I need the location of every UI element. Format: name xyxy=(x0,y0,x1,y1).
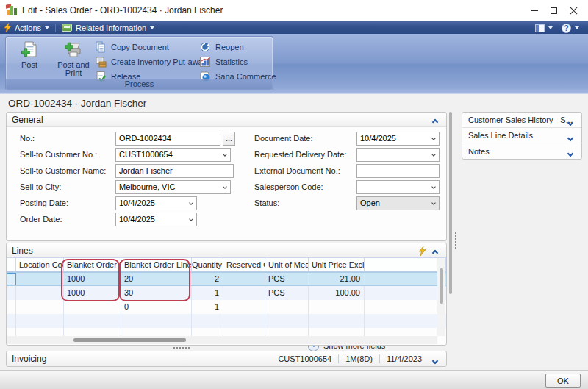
external-document-no-field[interactable] xyxy=(356,164,440,178)
factbox-title: Sales Line Details xyxy=(468,131,533,140)
invoicing-section-title: Invoicing xyxy=(12,354,46,364)
expand-invoicing-button[interactable] xyxy=(430,354,440,363)
cell-blanket-order-no[interactable]: 1000 xyxy=(64,286,121,300)
post-and-print-button[interactable]: Post and Print xyxy=(51,39,96,79)
cell-quantity[interactable]: 2 xyxy=(192,273,223,285)
cell-unit-of-measure[interactable] xyxy=(265,300,309,314)
copy-document-button[interactable]: Copy Document xyxy=(95,40,169,53)
expand-factbox-button[interactable] xyxy=(565,116,576,125)
cell-filler xyxy=(365,286,446,300)
caret-down-icon xyxy=(45,26,49,29)
chevron-down-icon xyxy=(567,120,573,126)
close-button[interactable] xyxy=(564,0,584,21)
cell-blanket-order-line-no[interactable]: 0 xyxy=(121,300,192,314)
field-row: Requested Delivery Date: xyxy=(249,148,448,162)
cell-location-code[interactable] xyxy=(16,273,64,285)
minimize-icon xyxy=(531,10,538,11)
cell-reserved-quantity[interactable] xyxy=(223,273,265,285)
document-date-field[interactable]: 10/4/2025 xyxy=(356,132,440,146)
column-header-location-code[interactable]: Location Code xyxy=(16,258,64,272)
cell-location-code[interactable] xyxy=(16,286,64,300)
scrollbar-thumb[interactable] xyxy=(74,338,186,342)
collapse-general-button[interactable] xyxy=(430,115,440,124)
column-header-unit-price[interactable]: Unit Price Excl. V... xyxy=(309,258,365,272)
grid-row[interactable]: 0 1 xyxy=(7,300,446,314)
requested-delivery-date-label: Requested Delivery Date: xyxy=(254,148,346,162)
grid-row-selected[interactable]: 1000 20 2 PCS 21.00 xyxy=(7,272,446,286)
minimize-button[interactable] xyxy=(524,0,544,21)
expand-factbox-button[interactable] xyxy=(565,132,576,140)
cell-quantity[interactable]: 1 xyxy=(192,286,223,300)
help-icon: ? xyxy=(562,24,571,33)
cell-blanket-order-no[interactable] xyxy=(64,300,121,314)
row-selector[interactable] xyxy=(7,273,16,285)
related-information-menu[interactable]: Related Information xyxy=(57,21,159,34)
no-assist-button[interactable]: ... xyxy=(223,132,235,146)
column-header-quantity[interactable]: Quantity xyxy=(192,258,223,272)
column-header-blanket-order-line-no[interactable]: Blanket Order Line No. xyxy=(121,258,192,272)
salesperson-code-label: Salesperson Code: xyxy=(254,180,323,194)
actions-menu[interactable]: Actions xyxy=(0,21,54,34)
requested-delivery-date-field[interactable] xyxy=(356,148,440,162)
window-title: Edit - Sales Order - ORD-1002434 · Jorda… xyxy=(22,5,223,15)
field-row: Salesperson Code: xyxy=(249,180,448,194)
cell-unit-price[interactable] xyxy=(309,300,365,314)
post-button[interactable]: Post xyxy=(12,39,47,79)
cell-blanket-order-line-no[interactable]: 20 xyxy=(121,273,192,285)
horizontal-splitter-handle[interactable] xyxy=(173,347,190,349)
maximize-button[interactable] xyxy=(544,0,564,21)
create-inventory-putaway-button[interactable]: Create Inventory Put-awa... xyxy=(95,55,209,68)
caret-down-icon xyxy=(575,26,579,29)
general-section-header[interactable]: General xyxy=(7,113,446,127)
cell-blanket-order-no[interactable]: 1000 xyxy=(64,273,121,285)
cell-unit-price[interactable]: 100.00 xyxy=(309,286,365,300)
view-layout-button[interactable] xyxy=(531,21,557,35)
reopen-button[interactable]: Reopen xyxy=(199,40,244,53)
actions-label: Actions xyxy=(15,24,41,32)
ok-button[interactable]: OK xyxy=(545,374,581,388)
field-row: Sell-to Customer No.: CUST1000654 xyxy=(7,148,257,162)
no-field[interactable]: ORD-1002434 xyxy=(115,132,220,146)
status-field[interactable]: Open xyxy=(356,196,440,210)
expand-factbox-button[interactable] xyxy=(565,147,576,156)
row-selector[interactable] xyxy=(7,286,16,300)
sell-to-city-field[interactable]: Melbourne, VIC xyxy=(115,180,231,194)
scrollbar-thumb[interactable] xyxy=(440,268,443,304)
page-vertical-scrollbar[interactable] xyxy=(449,112,452,294)
cell-filler xyxy=(365,273,446,285)
cell-unit-of-measure[interactable]: PCS xyxy=(265,273,309,285)
vertical-splitter-handle[interactable] xyxy=(455,232,456,249)
column-header-blanket-order-no[interactable]: Blanket Order No. xyxy=(64,258,121,272)
row-selector[interactable] xyxy=(7,300,16,314)
order-date-field[interactable]: 10/4/2025 xyxy=(115,213,197,226)
grid-horizontal-scrollbar[interactable] xyxy=(7,336,437,344)
grid-row[interactable]: 1000 30 1 PCS 100.00 xyxy=(7,286,446,300)
salesperson-code-field[interactable] xyxy=(356,180,440,194)
cell-blanket-order-line-no[interactable]: 30 xyxy=(121,286,192,300)
sell-to-customer-no-field[interactable]: CUST1000654 xyxy=(115,148,231,162)
lines-actions-lightning-icon[interactable] xyxy=(419,246,426,259)
factbox-notes[interactable]: Notes xyxy=(462,143,581,159)
cell-unit-of-measure[interactable]: PCS xyxy=(265,286,309,300)
help-button[interactable]: ? xyxy=(557,21,584,35)
cell-reserved-quantity[interactable] xyxy=(223,300,265,314)
column-header-unit-of-measure[interactable]: Unit of Meas... xyxy=(265,258,309,272)
general-section: General No.: ORD-1002434 ... Sell-to Cus… xyxy=(6,112,447,241)
posting-date-field[interactable]: 10/4/2025 xyxy=(115,196,197,210)
factbox-sales-line-details[interactable]: Sales Line Details xyxy=(462,128,581,143)
sell-to-customer-name-field[interactable]: Jordan Fischer xyxy=(115,164,234,178)
lines-section-header[interactable]: Lines xyxy=(7,243,446,258)
column-header-reserved-quantity[interactable]: Reserved Qua... xyxy=(223,258,265,272)
factbox-customer-sales-history[interactable]: Customer Sales History - S... xyxy=(462,113,581,128)
sell-to-customer-no-label: Sell-to Customer No.: xyxy=(20,148,97,162)
statistics-button[interactable]: Statistics xyxy=(199,55,248,68)
invoicing-section-header[interactable]: Invoicing CUST1000654 1M(8D) 11/4/2023 xyxy=(7,351,446,366)
grid-vertical-scrollbar[interactable] xyxy=(437,258,445,336)
cell-quantity[interactable]: 1 xyxy=(192,300,223,314)
cell-unit-price[interactable]: 21.00 xyxy=(309,273,365,285)
title-bar: Edit - Sales Order - ORD-1002434 · Jorda… xyxy=(0,0,588,21)
cell-reserved-quantity[interactable] xyxy=(223,286,265,300)
column-header-filler xyxy=(365,258,446,272)
collapse-lines-button[interactable] xyxy=(430,246,440,255)
cell-location-code[interactable] xyxy=(16,300,64,314)
